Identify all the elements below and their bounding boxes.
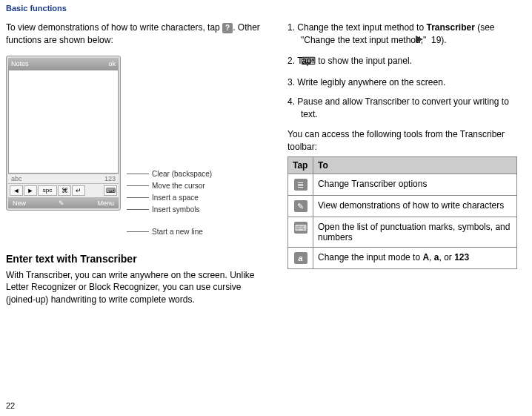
subheading-transcriber: Enter text with Transcriber — [6, 253, 265, 265]
tool-desc: View demonstrations of how to write char… — [313, 195, 517, 217]
options-icon: ≣ — [294, 179, 307, 191]
tool-icon-cell: ≣ — [288, 174, 313, 195]
tool-icon-cell: a — [288, 247, 313, 268]
menu-button-label: Menu — [97, 199, 114, 207]
th-to: To — [313, 156, 517, 174]
table-row: a Change the input mode to A, a, or 123 — [288, 247, 517, 268]
annotation-clear: Clear (backspace) — [127, 168, 212, 180]
tool-icon-cell: ⌨ — [288, 217, 313, 247]
step2-after: to show the input panel. — [316, 56, 412, 66]
demo-icon: ✎ — [294, 200, 307, 212]
return-icon: ↵ — [72, 185, 85, 196]
keyboard-toggle-icon: ⌨ — [104, 185, 117, 196]
tool-desc: Change Transcriber options — [313, 174, 517, 195]
right-column: 1. Change the text input method to Trans… — [287, 22, 517, 306]
annotation-symbols: Insert symbols — [127, 204, 212, 216]
transcriber-tools-table: Tap To ≣ Change Transcriber options ✎ Vi… — [287, 156, 517, 269]
symbol-button: ⌘ — [58, 185, 71, 196]
intro-paragraph: To view demonstrations of how to write c… — [6, 22, 265, 47]
step1-bold: Transcriber — [426, 22, 474, 33]
device-bottombar: New ✎ Menu — [8, 198, 119, 208]
step-4: 4. Pause and allow Transcriber to conver… — [287, 96, 517, 121]
tool-desc: Open the list of punctuation marks, symb… — [313, 217, 517, 247]
annotation-cursor: Move the cursor — [127, 180, 212, 192]
device-figure: Notes ok abc 123 ◄ ► spc ⌘ ↵ ⌨ New — [6, 56, 265, 238]
r4-b3: 123 — [454, 252, 469, 263]
tool-icon-cell: ✎ — [288, 195, 313, 217]
arrow-right-icon: ► — [24, 185, 37, 196]
device-screen — [8, 70, 119, 174]
steps-list: 1. Change the text input method to Trans… — [287, 22, 517, 121]
step-1: 1. Change the text input method to Trans… — [287, 22, 517, 47]
intro-text-before: To view demonstrations of how to write c… — [6, 22, 222, 33]
section-header: Basic functions — [0, 0, 532, 22]
left-column: To view demonstrations of how to write c… — [6, 22, 287, 306]
tool-desc: Change the input mode to A, a, or 123 — [313, 247, 517, 268]
table-row: ≣ Change Transcriber options — [288, 174, 517, 195]
table-row: ✎ View demonstrations of how to write ch… — [288, 195, 517, 217]
device-title: Notes — [11, 60, 29, 67]
callout-annotations: Clear (backspace) Move the cursor Insert… — [121, 56, 212, 238]
transcriber-body: With Transcriber, you can write anywhere… — [6, 269, 265, 306]
device-titlebar: Notes ok — [8, 58, 119, 70]
device-mockup: Notes ok abc 123 ◄ ► spc ⌘ ↵ ⌨ New — [6, 56, 121, 211]
step-2: 2. Tap ⌨ to show the input panel. — [287, 54, 517, 69]
mode-abc: abc — [11, 175, 22, 182]
table-header-row: Tap To — [288, 156, 517, 174]
r4-b1: A — [422, 252, 429, 263]
input-mode-icon: a — [294, 252, 307, 264]
tools-intro: You can access the following tools from … — [287, 128, 517, 153]
pen-icon: ✎ — [59, 199, 64, 207]
annotation-newline: Start a new line — [127, 226, 212, 238]
table-row: ⌨ Open the list of punctuation marks, sy… — [288, 217, 517, 247]
arrow-left-icon: ◄ — [10, 185, 23, 196]
device-toolbar: ◄ ► spc ⌘ ↵ ⌨ — [8, 183, 119, 198]
step-3: 3. Write legibly anywhere on the screen. — [287, 76, 517, 89]
space-button: spc — [38, 185, 57, 196]
new-button-label: New — [13, 199, 26, 207]
mode-123: 123 — [104, 175, 116, 182]
th-tap: Tap — [288, 156, 313, 174]
annotation-space: Insert a space — [127, 192, 212, 204]
r4-before: Change the input mode to — [318, 252, 422, 263]
device-ok: ok — [108, 60, 116, 67]
page-number: 22 — [6, 401, 15, 410]
step1-ref: 19). — [429, 35, 447, 45]
r4-mid2: , or — [439, 252, 454, 263]
svg-marker-0 — [416, 36, 423, 43]
question-icon: ? — [222, 23, 233, 33]
step1-before: 1. Change the text input method to — [287, 22, 426, 33]
device-modebar: abc 123 — [8, 174, 119, 183]
punctuation-icon: ⌨ — [294, 222, 307, 234]
two-column-layout: To view demonstrations of how to write c… — [0, 22, 532, 306]
r4-mid1: , — [429, 252, 434, 263]
